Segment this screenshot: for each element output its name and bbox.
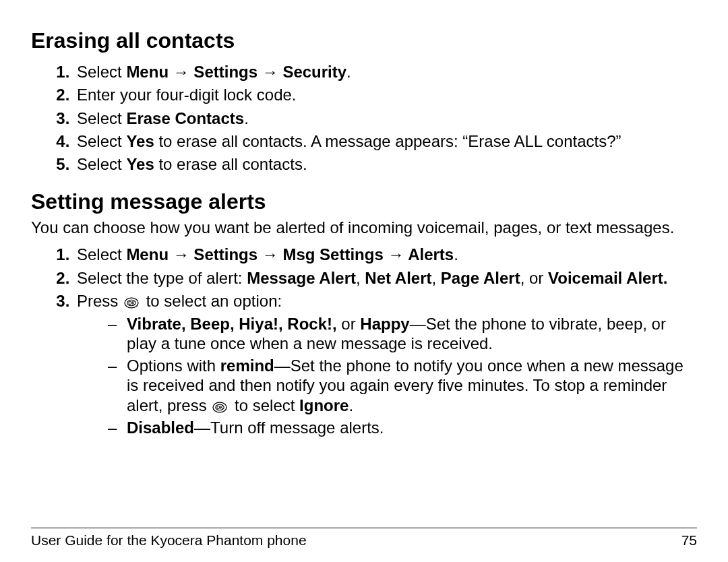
step-text: , [431,269,440,287]
option-text: or [341,315,360,333]
step-bold: Menu → Settings → Msg Settings → Alerts [126,245,454,263]
footer-page-number: 75 [681,532,697,549]
steps-erasing-all-contacts: Select Menu → Settings → Security. Enter… [31,61,697,176]
step-text: to erase all contacts. A message appears… [154,132,621,150]
option-bold: Happy [360,315,409,333]
option-text: to select [230,396,299,414]
option-bold: remind [220,356,274,375]
step-bold: Yes [126,155,154,173]
step-text: . [454,245,458,263]
heading-setting-message-alerts: Setting message alerts [31,189,697,214]
step-5-select-yes-erase: Select Yes to erase all contacts. [74,154,697,175]
ok-button-icon: OK [212,402,227,413]
option-text: . [348,396,353,414]
svg-text:OK: OK [128,301,135,305]
step-bold: Menu → Settings → Security [126,63,346,81]
page-footer: User Guide for the Kyocera Phantom phone… [31,532,697,549]
step-text: Select [77,132,126,150]
step-1-select-alerts: Select Menu → Settings → Msg Settings → … [74,244,697,266]
step-2-select-alert-type: Select the type of alert: Message Alert,… [74,268,697,289]
step-text: Press [77,292,123,310]
step-text: Select [77,245,126,263]
option-bold: Disabled [127,418,194,437]
step-bold: Yes [126,132,154,150]
step-bold: Page Alert [441,269,520,287]
step-bold: Voicemail Alert. [548,269,667,287]
step-text: Select [77,63,126,81]
step-text: . [244,109,249,127]
step-bold: Message Alert [247,269,356,287]
step-text: to select an option: [142,292,282,310]
svg-text:OK: OK [217,405,224,410]
option-bold: Vibrate, Beep, Hiya!, Rock!, [127,315,341,333]
step-bold: Net Alert [365,269,431,287]
step-text: , [356,269,365,287]
step-bold: Erase Contacts [126,109,244,127]
steps-setting-message-alerts: Select Menu → Settings → Msg Settings → … [31,244,697,437]
option-text: —Turn off message alerts. [194,418,384,437]
step-3-select-erase-contacts: Select Erase Contacts. [74,108,697,129]
intro-setting-message-alerts: You can choose how you want be alerted o… [31,218,697,238]
step-2-enter-lock-code: Enter your four-digit lock code. [74,84,697,106]
step-text: Select [77,109,126,127]
step-text: to erase all contacts. [154,155,307,173]
step-text: . [346,63,351,81]
document-page: Erasing all contacts Select Menu → Setti… [0,0,728,562]
sub-option-disabled: Disabled—Turn off message alerts. [108,418,697,437]
footer-divider [31,528,697,528]
heading-erasing-all-contacts: Erasing all contacts [31,28,697,53]
step-text: Select [77,155,126,173]
ok-button-icon: OK [124,297,139,309]
option-text: Options with [127,356,220,375]
step-1-select-security: Select Menu → Settings → Security. [74,61,697,83]
sub-options-list: Vibrate, Beep, Hiya!, Rock!, or Happy—Se… [77,314,697,438]
step-4-select-yes-confirm: Select Yes to erase all contacts. A mess… [74,131,697,152]
option-bold: Ignore [299,396,348,414]
step-text: Select the type of alert: [77,269,247,287]
sub-option-remind: Options with remind—Set the phone to not… [108,356,697,415]
sub-option-tunes: Vibrate, Beep, Hiya!, Rock!, or Happy—Se… [108,314,697,354]
footer-title: User Guide for the Kyocera Phantom phone [31,532,307,549]
step-text: , or [520,269,548,287]
step-3-press-ok: Press OK to select an option: Vibrate, B… [74,290,697,437]
